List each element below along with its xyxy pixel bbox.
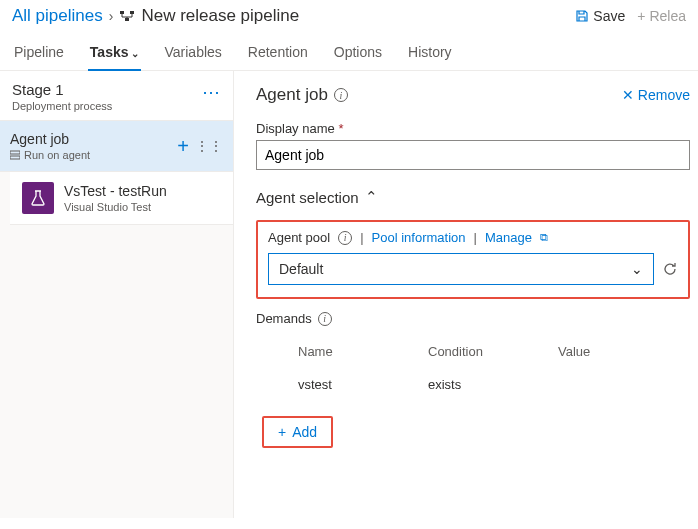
stage-header[interactable]: Stage 1 Deployment process ⋯ [0,71,233,121]
tab-variables[interactable]: Variables [163,38,224,70]
sidebar: Stage 1 Deployment process ⋯ Agent job R… [0,71,234,518]
tab-pipeline[interactable]: Pipeline [12,38,66,70]
info-icon[interactable]: i [318,312,332,326]
add-demand-button[interactable]: + Add [262,416,333,448]
page-title: New release pipeline [141,6,299,26]
stage-subtitle: Deployment process [12,100,112,112]
demands-table: Name Condition Value vstest exists [256,336,690,402]
demand-value-cell [558,377,678,392]
agent-pool-highlight: Agent pool i | Pool information | Manage… [256,220,690,299]
refresh-button[interactable] [662,261,678,277]
chevron-down-icon: ⌄ [131,48,139,59]
task-title: VsTest - testRun [64,183,167,199]
tab-tasks[interactable]: Tasks⌄ [88,38,141,70]
tab-history[interactable]: History [406,38,454,70]
add-task-button[interactable]: + [177,135,189,158]
breadcrumb: All pipelines › New release pipeline [12,6,575,26]
demand-name-cell: vstest [268,377,428,392]
chevron-down-icon: ⌄ [631,261,643,277]
more-options-button[interactable]: ⋯ [202,81,221,103]
save-button[interactable]: Save [575,8,625,24]
save-label: Save [593,8,625,24]
main-content: Stage 1 Deployment process ⋯ Agent job R… [0,71,698,518]
save-icon [575,9,589,23]
chevron-up-icon: ⌃ [365,188,378,206]
header-actions: Save + Relea [575,8,686,24]
flask-icon [22,182,54,214]
tab-options[interactable]: Options [332,38,384,70]
agent-pool-select[interactable]: Default ⌄ [268,253,654,285]
drag-handle-icon[interactable]: ⋮⋮ [195,143,223,149]
chevron-right-icon: › [109,8,114,24]
plus-icon: + [278,424,286,440]
details-panel: Agent job i ✕ Remove Display name * Agen… [234,71,698,518]
remove-button[interactable]: ✕ Remove [622,87,690,103]
demands-label: Demands i [256,311,690,326]
svg-rect-4 [10,156,20,159]
demand-condition-cell: exists [428,377,558,392]
info-icon[interactable]: i [338,231,352,245]
page-header: All pipelines › New release pipeline Sav… [0,0,698,30]
table-header-value: Value [558,344,678,359]
release-label: Relea [649,8,686,24]
agent-job-subtitle: Run on agent [24,149,90,161]
table-header-row: Name Condition Value [256,336,690,367]
agent-pool-label: Agent pool [268,230,330,245]
tab-bar: Pipeline Tasks⌄ Variables Retention Opti… [0,30,698,71]
plus-icon: + [637,8,645,24]
tab-retention[interactable]: Retention [246,38,310,70]
breadcrumb-root-link[interactable]: All pipelines [12,6,103,26]
external-link-icon: ⧉ [540,231,548,244]
panel-title: Agent job i [256,85,348,105]
close-icon: ✕ [622,87,634,103]
sidebar-item-vstest-task[interactable]: VsTest - testRun Visual Studio Test [10,172,233,225]
display-name-label: Display name * [256,121,690,136]
table-row[interactable]: vstest exists [256,367,690,402]
svg-rect-3 [10,151,20,154]
svg-rect-0 [120,11,124,14]
stage-title: Stage 1 [12,81,112,98]
task-subtitle: Visual Studio Test [64,201,167,213]
table-header-name: Name [268,344,428,359]
pipeline-icon [119,8,135,24]
table-header-condition: Condition [428,344,558,359]
manage-link[interactable]: Manage [485,230,532,245]
create-release-button: + Relea [637,8,686,24]
server-icon [10,150,20,160]
pool-information-link[interactable]: Pool information [372,230,466,245]
svg-rect-1 [130,11,134,14]
agent-job-title: Agent job [10,131,90,147]
info-icon[interactable]: i [334,88,348,102]
agent-selection-section-toggle[interactable]: Agent selection ⌃ [256,188,690,206]
sidebar-item-agent-job[interactable]: Agent job Run on agent + ⋮⋮ [0,121,233,172]
display-name-input[interactable] [256,140,690,170]
